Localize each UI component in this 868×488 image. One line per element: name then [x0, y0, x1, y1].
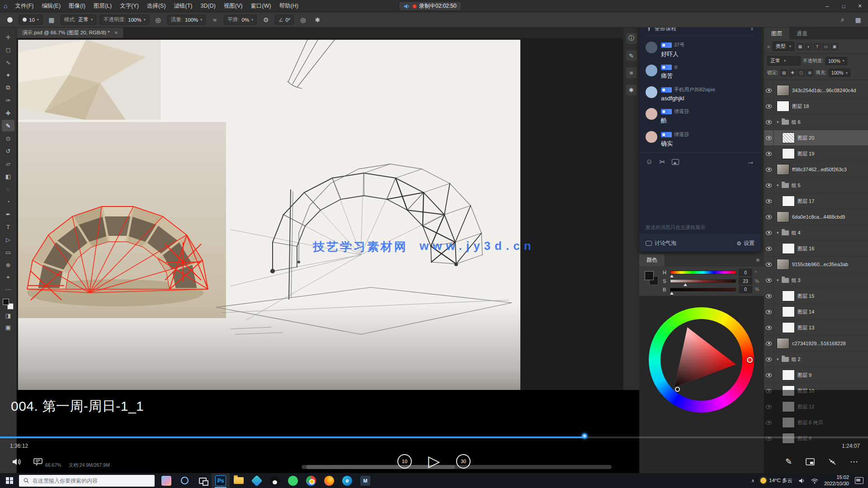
visibility-toggle[interactable]: [764, 336, 774, 351]
menu-item[interactable]: 选择(S): [143, 0, 170, 12]
hsb-slider[interactable]: S 23 %: [663, 277, 760, 285]
pressure-opacity-icon[interactable]: ◎: [153, 14, 164, 25]
foreground-color-swatch[interactable]: [3, 299, 9, 305]
maximize-button[interactable]: □: [835, 0, 852, 12]
layer-row[interactable]: ▾ 图层 15: [764, 288, 868, 304]
gear-icon[interactable]: ⚙: [260, 14, 271, 25]
start-button[interactable]: [0, 473, 19, 488]
menu-item[interactable]: 窗口(W): [247, 0, 275, 12]
layer-thumbnail[interactable]: [782, 148, 795, 159]
app-firefox[interactable]: [320, 473, 338, 488]
dodge-tool[interactable]: ◔: [2, 196, 14, 207]
menu-item[interactable]: 文件(F): [11, 0, 38, 12]
brush-angle-field[interactable]: ∠ 0°: [275, 15, 294, 25]
play-button[interactable]: ▷: [428, 453, 440, 469]
progress-bar[interactable]: [0, 436, 868, 438]
lock-icon[interactable]: ✚: [789, 69, 796, 76]
brush-panel-toggle-icon[interactable]: ▦: [46, 14, 57, 25]
layer-row[interactable]: ▾ 图层 20: [764, 130, 868, 146]
layer-row[interactable]: ▾ 9155cbb960...ec35ea3ab: [764, 257, 868, 272]
lock-icon[interactable]: ◻: [797, 69, 805, 76]
quick-selection-tool[interactable]: ✦: [2, 69, 14, 81]
blend-mode-select[interactable]: 模式: 正常 ▾: [61, 15, 96, 25]
app-task-view[interactable]: [193, 473, 212, 488]
pen-tool[interactable]: ✒: [2, 208, 14, 220]
rewind-10-button[interactable]: 10: [397, 454, 412, 469]
symmetry-panel-icon[interactable]: ✱: [626, 84, 637, 95]
type-tool[interactable]: T: [2, 221, 14, 233]
panel-tab[interactable]: 图层: [764, 28, 789, 39]
panel-menu-icon[interactable]: ≡: [756, 257, 760, 263]
layer-thumbnail[interactable]: [782, 291, 795, 301]
network-icon[interactable]: [811, 478, 818, 483]
eraser-tool[interactable]: ▱: [2, 158, 14, 169]
panel-tab[interactable]: 通道: [789, 28, 815, 39]
visibility-toggle[interactable]: [764, 367, 774, 383]
menu-item[interactable]: 编辑(E): [38, 0, 65, 12]
zoom-tool[interactable]: ⌖: [2, 272, 14, 283]
tools-ellipsis-icon[interactable]: ⋯: [2, 283, 14, 295]
color-swatch-stack[interactable]: [644, 269, 659, 290]
layer-row[interactable]: ▾ 图层 14: [764, 304, 868, 320]
workspace-icon[interactable]: ▦: [853, 14, 863, 25]
minimize-button[interactable]: ─: [819, 0, 835, 12]
filter-kind-icon[interactable]: ▦: [797, 43, 804, 50]
annotate-pencil-icon[interactable]: ✎: [785, 457, 792, 467]
zoom-level[interactable]: 66.67%: [45, 462, 61, 469]
menu-item[interactable]: 图像(I): [65, 0, 90, 12]
notification-center-icon[interactable]: [855, 477, 863, 484]
foreground-color-swatch[interactable]: [645, 271, 654, 280]
menu-item[interactable]: 文字(Y): [116, 0, 143, 12]
slider-thumb-icon[interactable]: [670, 275, 674, 277]
slider-track[interactable]: [670, 279, 736, 283]
info-panel-icon[interactable]: ⓘ: [626, 33, 637, 44]
visibility-toggle[interactable]: [764, 193, 774, 209]
layer-thumbnail[interactable]: [782, 306, 795, 317]
progress-knob[interactable]: [582, 433, 587, 439]
menu-item[interactable]: 视图(V): [220, 0, 247, 12]
home-icon[interactable]: ⌂: [4, 2, 7, 9]
visibility-toggle[interactable]: [764, 146, 774, 161]
color-swatches[interactable]: [3, 299, 14, 310]
group-caret-icon[interactable]: ▾: [777, 183, 779, 188]
brushes-panel-icon[interactable]: ≡: [626, 67, 637, 78]
app-mail[interactable]: M: [356, 473, 374, 488]
app-tools[interactable]: [248, 473, 266, 488]
layer-row[interactable]: ▾ 组 2: [764, 352, 868, 367]
visibility-toggle[interactable]: [764, 304, 774, 319]
tool-preset-icon[interactable]: [5, 14, 15, 25]
layer-row[interactable]: ▾ 组 6: [764, 114, 868, 130]
forward-30-button[interactable]: 30: [456, 454, 471, 469]
avatar[interactable]: [646, 42, 657, 53]
app-wechat[interactable]: [284, 473, 302, 488]
eyedropper-tool[interactable]: ✑: [2, 94, 14, 106]
group-caret-icon[interactable]: ▾: [777, 120, 779, 124]
group-caret-icon[interactable]: ▾: [777, 230, 779, 235]
airbrush-icon[interactable]: ≈: [209, 14, 220, 25]
slider-track[interactable]: [670, 288, 736, 291]
chat-settings[interactable]: ⚙ 设置: [736, 239, 755, 247]
visibility-toggle[interactable]: [764, 288, 774, 304]
visibility-toggle[interactable]: [764, 162, 774, 177]
app-file-explorer[interactable]: [230, 473, 248, 488]
close-button[interactable]: ✕: [852, 0, 868, 12]
taskbar-search[interactable]: [19, 475, 155, 487]
menu-item[interactable]: 帮助(H): [275, 0, 302, 12]
marquee-tool[interactable]: ◻: [2, 44, 14, 56]
visibility-toggle[interactable]: [764, 114, 774, 130]
visibility-toggle[interactable]: [764, 130, 774, 145]
avatar[interactable]: [646, 131, 657, 143]
visibility-toggle[interactable]: [764, 83, 774, 98]
layer-row[interactable]: ▾ ff98c37462...ed50f263c3: [764, 162, 868, 178]
layer-thumbnail[interactable]: [782, 132, 795, 143]
danmaku-toggle-icon[interactable]: [33, 458, 42, 466]
slider-thumb-icon[interactable]: [670, 292, 674, 295]
app-edge[interactable]: e: [338, 473, 356, 488]
hsb-slider[interactable]: H 0 °: [663, 269, 760, 277]
quick-mask-icon[interactable]: ◨: [2, 310, 14, 321]
filter-kind-icon[interactable]: ▭: [822, 43, 830, 50]
emoji-icon[interactable]: ☺: [646, 158, 653, 166]
app-photoshop[interactable]: Ps: [212, 473, 230, 488]
blend-mode-select[interactable]: 正常 ▾: [767, 56, 801, 66]
more-icon[interactable]: ⋯: [850, 457, 858, 467]
